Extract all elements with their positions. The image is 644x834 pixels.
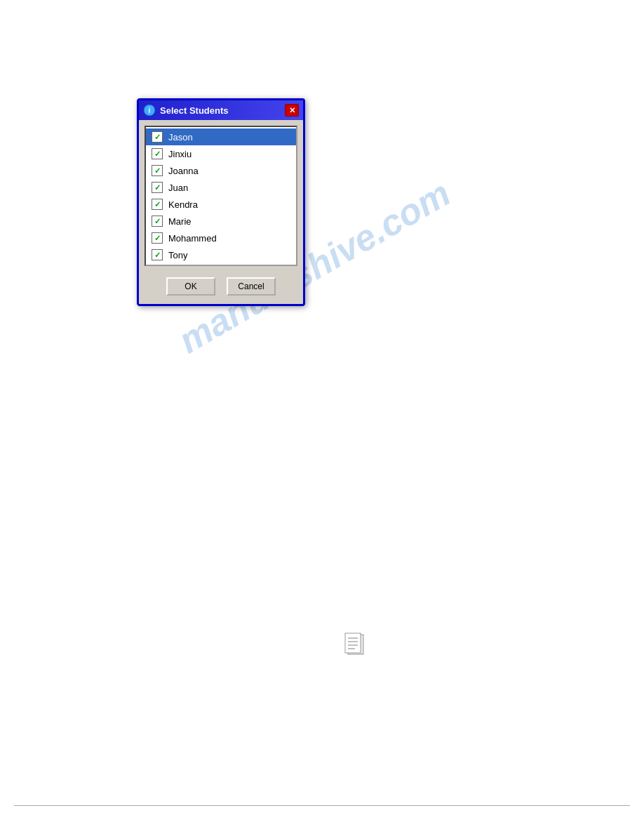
select-students-dialog: i Select Students Jason Jinxiu Joanna Ju… xyxy=(137,98,305,306)
student-name-joanna: Joanna xyxy=(168,166,199,176)
list-item[interactable]: Marie xyxy=(146,213,296,230)
students-list: Jason Jinxiu Joanna Juan Kendra Marie Mo… xyxy=(145,126,297,266)
svg-text:i: i xyxy=(149,107,151,114)
checkbox-joanna[interactable] xyxy=(152,165,163,176)
student-name-tony: Tony xyxy=(168,250,187,260)
ok-button[interactable]: OK xyxy=(166,277,215,296)
checkbox-kendra[interactable] xyxy=(152,199,163,210)
student-name-jason: Jason xyxy=(168,132,193,143)
student-name-kendra: Kendra xyxy=(168,199,198,210)
svg-rect-3 xyxy=(345,633,361,653)
student-name-jinxiu: Jinxiu xyxy=(168,149,192,159)
checkbox-marie[interactable] xyxy=(152,216,163,227)
list-item[interactable]: Joanna xyxy=(146,162,296,179)
bottom-divider xyxy=(14,805,630,806)
checkbox-mohammed[interactable] xyxy=(152,232,163,244)
list-item[interactable]: Juan xyxy=(146,179,296,196)
student-name-juan: Juan xyxy=(168,183,188,193)
checkbox-tony[interactable] xyxy=(152,249,163,260)
checkbox-jinxiu[interactable] xyxy=(152,148,163,159)
dialog-title-text: Select Students xyxy=(160,105,285,116)
checkbox-jason[interactable] xyxy=(152,131,163,143)
dialog-title-bar: i Select Students xyxy=(139,100,303,120)
document-icon xyxy=(344,632,366,657)
dialog-buttons: OK Cancel xyxy=(139,272,303,304)
list-item[interactable]: Kendra xyxy=(146,196,296,213)
list-item[interactable]: Mohammed xyxy=(146,230,296,246)
list-item[interactable]: Jinxiu xyxy=(146,145,296,162)
student-name-mohammed: Mohammed xyxy=(168,233,217,244)
cancel-button[interactable]: Cancel xyxy=(227,277,276,296)
list-item[interactable]: Jason xyxy=(146,128,296,145)
student-name-marie: Marie xyxy=(168,216,192,227)
checkbox-juan[interactable] xyxy=(152,182,163,193)
dialog-close-button[interactable] xyxy=(285,104,299,117)
dialog-title-icon: i xyxy=(143,104,156,117)
list-item[interactable]: Tony xyxy=(146,246,296,263)
